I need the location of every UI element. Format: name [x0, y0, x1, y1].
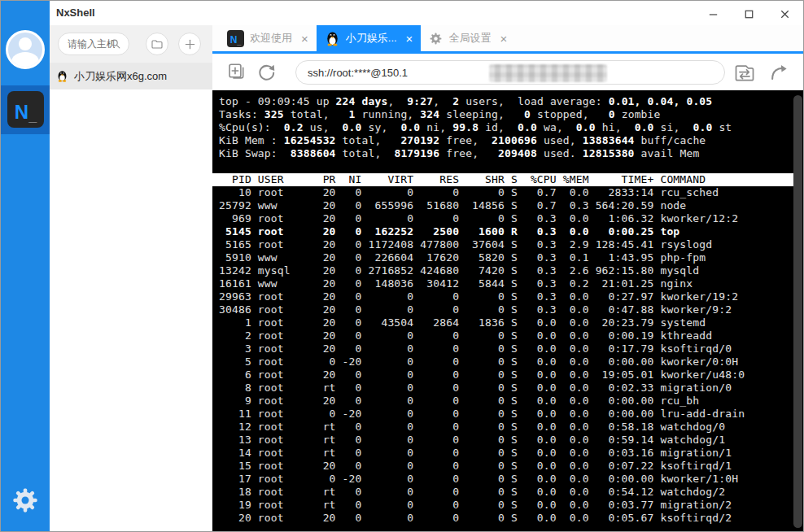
sftp-transfer-button[interactable]	[733, 61, 756, 84]
tux-penguin-icon	[325, 31, 340, 46]
terminal-output: top - 09:09:45 up 224 days, 9:27, 2 user…	[212, 95, 793, 525]
process-row: 15 root 20 0 0 0 0 S 0.0 0.0 0:07.22 kso…	[212, 460, 793, 473]
forward-button[interactable]	[767, 61, 790, 84]
user-avatar[interactable]	[6, 30, 45, 69]
process-row: 1 root 20 0 43504 2864 1836 S 0.0 0.0 20…	[212, 316, 793, 329]
process-row: 30486 root 20 0 0 0 0 S 0.3 0.0 0:47.88 …	[212, 303, 793, 316]
add-session-button[interactable]	[178, 33, 201, 55]
file-transfer-icon	[733, 61, 756, 84]
terminal-line: KiB Mem : 16254532 total, 270192 free, 2…	[212, 134, 793, 147]
tab-session-active[interactable]: 小刀娱乐... ×	[317, 25, 422, 51]
tab-close-icon[interactable]: ×	[301, 32, 308, 46]
activity-bar: N_	[1, 1, 50, 531]
process-row: 20 root 20 0 0 0 0 S 0.0 0.0 0:05.67 kso…	[212, 512, 793, 525]
terminal-line	[212, 160, 793, 173]
session-label: 小刀娱乐网x6g.com	[74, 69, 167, 84]
minimize-button[interactable]	[704, 5, 722, 23]
process-row: 969 root 20 0 0 0 0 S 0.3 0.0 1:06.32 kw…	[212, 212, 793, 225]
process-row: 12 root rt 0 0 0 0 S 0.0 0.0 0:58.18 wat…	[212, 421, 793, 434]
tab-close-icon[interactable]: ×	[406, 32, 413, 46]
folder-icon	[151, 37, 164, 50]
process-row: 3 root 20 0 0 0 0 S 0.0 0.0 0:17.79 ksof…	[212, 342, 793, 355]
terminal-line: top - 09:09:45 up 224 days, 9:27, 2 user…	[212, 95, 793, 108]
tab-bar: N_ 欢迎使用 × 小刀娱乐... × 全局设置 ×	[212, 25, 803, 51]
process-row: 5145 root 20 0 162252 2500 1600 R 0.3 0.…	[212, 225, 793, 238]
session-toolbar	[212, 54, 803, 90]
duplicate-plus-icon	[226, 62, 247, 83]
tab-label: 欢迎使用	[250, 31, 292, 46]
close-button[interactable]	[776, 5, 793, 23]
open-folder-button[interactable]	[146, 33, 168, 55]
tux-penguin-icon	[56, 70, 68, 82]
process-row: 19 root rt 0 0 0 0 S 0.0 0.0 0:03.77 mig…	[212, 499, 793, 512]
gear-icon	[11, 486, 40, 515]
host-search-box[interactable]	[58, 33, 129, 55]
process-row: 5165 root 20 0 1172408 477800 37604 S 0.…	[212, 238, 793, 251]
close-icon	[779, 8, 791, 20]
settings-gear-button[interactable]	[9, 484, 42, 517]
process-row: 16161 www 20 0 148036 30412 5844 S 0.3 0…	[212, 277, 793, 290]
tab-global-settings[interactable]: 全局设置 ×	[421, 25, 515, 51]
nxshell-logo-icon: N_	[227, 30, 244, 47]
search-icon	[110, 38, 121, 50]
refresh-icon	[256, 62, 277, 84]
process-row: 2 root 20 0 0 0 0 S 0.0 0.0 0:00.19 kthr…	[212, 329, 793, 342]
process-table-header: PID USER PR NI VIRT RES SHR S %CPU %MEM …	[212, 173, 793, 186]
tab-welcome[interactable]: N_ 欢迎使用 ×	[219, 25, 317, 51]
process-row: 17 root 0 -20 0 0 0 S 0.0 0.0 0:00.00 kw…	[212, 473, 793, 486]
process-row: 10 root 20 0 0 0 0 S 0.7 0.0 2833:14 rcu…	[212, 186, 793, 199]
search-input[interactable]	[68, 38, 115, 50]
maximize-icon	[743, 8, 755, 20]
avatar-person-icon	[19, 37, 32, 50]
tab-label: 小刀娱乐...	[346, 31, 397, 46]
process-row: 11 root 0 -20 0 0 0 S 0.0 0.0 0:00.00 lr…	[212, 408, 793, 421]
terminal-line: KiB Swap: 8388604 total, 8179196 free, 2…	[212, 147, 793, 160]
nxshell-logo-n: N	[15, 102, 28, 122]
gear-icon	[429, 32, 443, 46]
nxshell-window: N_ NxShell	[0, 0, 804, 532]
process-row: 14 root rt 0 0 0 0 S 0.0 0.0 0:03.16 mig…	[212, 447, 793, 460]
terminal-line: %Cpu(s): 0.2 us, 0.0 sy, 0.0 ni, 99.8 id…	[212, 121, 793, 134]
redacted-host	[489, 64, 607, 82]
minimize-icon	[707, 8, 719, 20]
session-list-item[interactable]: 小刀娱乐网x6g.com	[50, 63, 212, 89]
duplicate-tab-button[interactable]	[225, 61, 248, 84]
process-row: 5910 www 20 0 226604 17620 5820 S 0.3 0.…	[212, 251, 793, 264]
terminal-scrollbar[interactable]	[793, 95, 802, 528]
session-sidebar: 小刀娱乐网x6g.com	[50, 25, 212, 531]
plus-icon	[184, 38, 196, 50]
tab-close-icon[interactable]: ×	[500, 32, 507, 46]
maximize-button[interactable]	[740, 5, 758, 23]
address-bar[interactable]	[295, 60, 725, 85]
process-row: 13 root rt 0 0 0 0 S 0.0 0.0 0:59.14 wat…	[212, 434, 793, 447]
process-row: 13242 mysql 20 0 2716852 424680 7420 S 0…	[212, 264, 793, 277]
nxshell-logo-item[interactable]: N_	[7, 91, 44, 128]
process-row: 18 root rt 0 0 0 0 S 0.0 0.0 0:54.12 wat…	[212, 486, 793, 499]
tab-label: 全局设置	[448, 31, 491, 46]
process-row: 9 root 20 0 0 0 0 S 0.0 0.0 0:00.00 rcu_…	[212, 395, 793, 408]
process-row: 25792 www 20 0 655996 51680 14856 S 0.7 …	[212, 199, 793, 212]
forward-arrow-icon	[767, 61, 790, 84]
terminal-line: Tasks: 325 total, 1 running, 324 sleepin…	[212, 108, 793, 121]
sidebar-toolbar	[50, 25, 212, 63]
app-title: NxShell	[56, 7, 95, 19]
process-row: 29963 root 20 0 0 0 0 S 0.3 0.0 0:27.97 …	[212, 290, 793, 303]
process-row: 5 root 0 -20 0 0 0 S 0.0 0.0 0:00.00 kwo…	[212, 355, 793, 368]
process-row: 8 root rt 0 0 0 0 S 0.0 0.0 0:02.33 migr…	[212, 382, 793, 395]
process-row: 6 root 20 0 0 0 0 S 0.0 0.0 19:05.01 kwo…	[212, 368, 793, 382]
refresh-button[interactable]	[255, 61, 277, 84]
titlebar: NxShell	[50, 1, 803, 25]
terminal-pane[interactable]: top - 09:09:45 up 224 days, 9:27, 2 user…	[212, 90, 803, 531]
